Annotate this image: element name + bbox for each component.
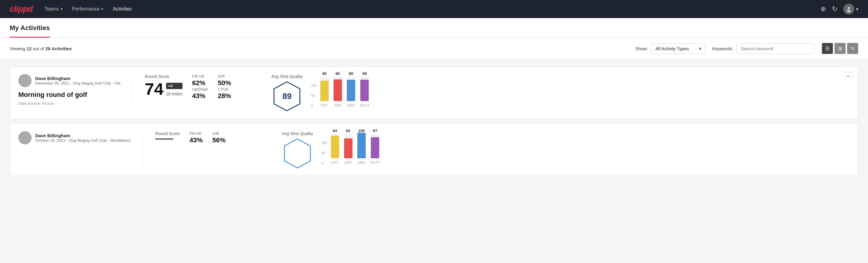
fw-hit-value-2: 43%: [189, 136, 203, 144]
score-main: 74 +4 18 Holes: [145, 81, 183, 97]
show-label: Show:: [635, 46, 648, 51]
nav-label-performance: Performance: [72, 6, 100, 12]
filter-bar: Viewing 12 out of 29 Activities Show: Al…: [0, 38, 868, 59]
y2-label-0: 0: [321, 161, 327, 165]
bar-value: 82: [346, 128, 350, 133]
bar-chart-container: 100 50 0 85OTT90APP89ARG89PUTT: [311, 78, 369, 108]
stats-section-2: Round Score FW Hit 43% GIR 56%: [155, 131, 257, 169]
stats-grid: FW Hit 62% GIR 50% Up/Down 43% 1 Putt 28…: [192, 74, 234, 100]
card-left: Dave Billingham December 05, 2021 - Gog …: [18, 74, 120, 111]
grid-view-button[interactable]: ⊞: [834, 43, 846, 54]
bar-column: 82APP: [344, 128, 352, 165]
data-source: Data Source: Arccos: [18, 101, 120, 106]
bar-label: PUTT: [360, 104, 369, 108]
updown-value: 43%: [192, 92, 208, 100]
quality-label: Avg Shot Quality: [271, 74, 303, 79]
y-label-0: 0: [311, 104, 316, 108]
card-left-2: Dave Billingham October 16, 2021 - Gog M…: [18, 131, 131, 169]
bar-wrapper: [320, 77, 329, 101]
bar-column: 90APP: [334, 71, 342, 108]
fw-hit-label-2: FW Hit: [189, 131, 203, 136]
user-date-2: October 16, 2021 - Gog Magog Golf Club -…: [35, 138, 131, 143]
updown-label: Up/Down: [192, 87, 208, 91]
bar-value: 89: [349, 71, 353, 76]
gir-value: 50%: [218, 79, 234, 87]
avatar-2: [18, 131, 32, 144]
card-divider-3: [143, 131, 143, 169]
y-axis: 100 50 0: [311, 84, 318, 108]
round-score-label-2: Round Score: [155, 131, 180, 136]
edit-button[interactable]: ✏: [844, 71, 853, 81]
user-details-2: Dave Billingham October 16, 2021 - Gog M…: [35, 133, 131, 143]
round-score: Round Score 74 +4 18 Holes: [145, 74, 183, 97]
activity-card-2: Dave Billingham October 16, 2021 - Gog M…: [10, 124, 858, 176]
bar-fill: [357, 133, 366, 158]
svg-marker-7: [284, 139, 310, 168]
bar-label: APP: [345, 161, 352, 165]
bar-label: ARG: [347, 104, 355, 108]
fw-hit-stat: FW Hit 62%: [192, 74, 208, 87]
page-title: My Activities: [10, 24, 50, 32]
compact-view-button[interactable]: ≡: [847, 43, 858, 54]
bar-label: OTT: [321, 104, 328, 108]
nav-items: Teams ▾ Performance ▾ Activities: [44, 6, 132, 12]
bar-chart: 85OTT90APP89ARG89PUTT: [320, 78, 369, 108]
card-divider: [132, 74, 133, 111]
activity-type-select[interactable]: All Activity Types: [651, 43, 705, 54]
chevron-down-icon: ▾: [856, 6, 858, 12]
bar-fill: [344, 139, 352, 158]
bar-fill: [320, 81, 329, 101]
avatar: [843, 4, 854, 14]
list-view-button[interactable]: ☰: [822, 43, 833, 54]
gir-value-2: 56%: [212, 136, 225, 144]
user-info: Dave Billingham December 05, 2021 - Gog …: [18, 74, 120, 87]
svg-point-5: [24, 135, 27, 138]
gir-label: GIR: [218, 74, 234, 79]
hexagon-2: [284, 139, 311, 169]
y-axis-2: 100 50 0: [321, 141, 328, 165]
viewing-text: Viewing 12 out of 29 Activities: [10, 46, 628, 51]
y-label-100: 100: [311, 84, 316, 87]
user-menu-button[interactable]: ▾: [843, 4, 858, 14]
svg-point-6: [22, 139, 28, 142]
navbar-right: ⊕ ↻ ▾: [820, 4, 858, 14]
logo[interactable]: clippd: [10, 4, 32, 14]
score-meta: +4 18 Holes: [166, 83, 183, 97]
bar-fill: [371, 137, 379, 158]
keywords-label: Keywords:: [712, 46, 733, 51]
avatar: [18, 74, 32, 87]
search-input[interactable]: [736, 43, 814, 54]
user-info-2: Dave Billingham October 16, 2021 - Gog M…: [18, 131, 131, 144]
score-holes: 18 Holes: [166, 91, 183, 96]
bar-value: 90: [335, 71, 340, 76]
updown-stat: Up/Down 43%: [192, 87, 208, 100]
bar-label: PUTT: [371, 161, 380, 165]
svg-point-3: [22, 82, 28, 85]
add-icon[interactable]: ⊕: [820, 5, 826, 13]
bar-wrapper: [344, 134, 352, 158]
gir-stat-2: GIR 56%: [212, 131, 225, 144]
bar-column: 94OTT: [331, 128, 339, 165]
bar-column: 85OTT: [320, 71, 329, 108]
view-toggles: ☰ ⊞ ≡: [822, 43, 858, 54]
activity-type-select-wrapper: All Activity Types: [651, 43, 705, 54]
hexagon: 89: [273, 81, 301, 111]
nav-label-activities: Activities: [113, 6, 132, 12]
bar-label: ARG: [358, 161, 365, 165]
nav-item-teams[interactable]: Teams ▾: [44, 6, 62, 12]
score-dash: [155, 139, 173, 140]
nav-item-activities[interactable]: Activities: [113, 6, 132, 12]
quality-left-2: Avg Shot Quality: [282, 131, 313, 169]
quality-label-2: Avg Shot Quality: [282, 131, 313, 136]
y-label-50: 50: [311, 94, 316, 97]
round-score-2: Round Score: [155, 131, 180, 140]
nav-item-performance[interactable]: Performance ▾: [72, 6, 103, 12]
chevron-down-icon: ▾: [101, 7, 103, 11]
hexagon-container-2: [282, 139, 313, 169]
bar-wrapper: [360, 77, 369, 101]
bar-fill: [331, 136, 339, 158]
quality-left: Avg Shot Quality 89: [271, 74, 303, 111]
refresh-icon[interactable]: ↻: [832, 5, 837, 13]
gir-label-2: GIR: [212, 131, 225, 136]
bar-wrapper: [347, 77, 355, 101]
